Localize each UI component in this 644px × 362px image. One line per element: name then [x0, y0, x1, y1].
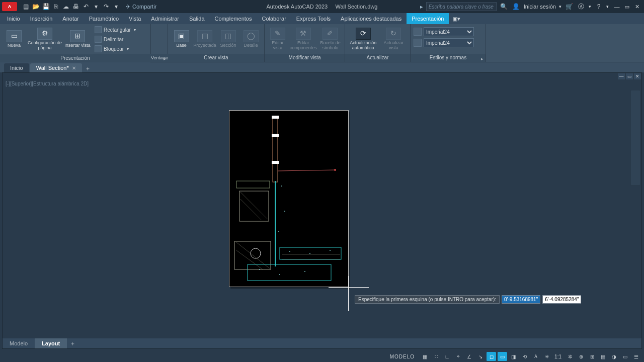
btn-config-pagina[interactable]: ⚙ Configuración de página	[27, 28, 62, 51]
tab-administrar[interactable]: Administrar	[146, 13, 184, 24]
layouttab-modelo[interactable]: Modelo	[3, 338, 35, 348]
style2-select[interactable]: Imperial24	[424, 38, 474, 47]
btn-nueva[interactable]: ▭ Nueva	[3, 30, 25, 48]
search-icon[interactable]: 🔍	[500, 2, 509, 11]
tab-destacadas[interactable]: Aplicaciones destacadas	[336, 13, 407, 24]
btn-base[interactable]: ▣Base	[171, 30, 192, 48]
status-space[interactable]: MODELO	[386, 354, 419, 359]
tab-express[interactable]: Express Tools	[291, 13, 336, 24]
qat-undo-drop-icon[interactable]: ▾	[92, 2, 101, 11]
help-drop-icon[interactable]: ▾	[606, 4, 609, 9]
qat-plot-icon[interactable]: 🖶	[71, 2, 80, 11]
status-annoscale-icon[interactable]: Ａ	[530, 352, 540, 361]
vp-minimize-icon[interactable]: —	[617, 73, 625, 80]
tab-colaborar[interactable]: Colaborar	[257, 13, 291, 24]
search-play-icon[interactable]: ▸	[420, 4, 423, 10]
style1-icon[interactable]	[414, 28, 422, 36]
svg-point-17	[309, 253, 310, 254]
status-polar-icon[interactable]: ⌖	[453, 352, 463, 361]
qat-redo-icon[interactable]: ↷	[102, 2, 111, 11]
status-clean-icon[interactable]: ▭	[620, 352, 630, 361]
ribbon-tabs: Inicio Inserción Anotar Paramétrico Vist…	[0, 13, 644, 24]
tab-vista[interactable]: Vista	[124, 13, 146, 24]
layouttab-layout[interactable]: Layout	[35, 338, 67, 348]
search-input[interactable]: Escriba palabra clave o frase	[426, 2, 497, 11]
status-cycling-icon[interactable]: ⟲	[519, 352, 529, 361]
update-view-icon: ↻	[386, 28, 401, 40]
svg-point-6	[334, 169, 336, 171]
detail-icon: ◯	[244, 30, 259, 42]
status-lock-icon[interactable]: ⊕	[576, 352, 586, 361]
panel-vg-label[interactable]: Ventanas gráficas de presentación▸	[93, 54, 168, 62]
status-scale[interactable]: 1:1	[552, 354, 564, 359]
btn-insertar-vista[interactable]: ⊞ Insertar vista	[64, 30, 91, 48]
window-close-icon[interactable]: ✕	[632, 2, 642, 11]
filetab-close-icon[interactable]: ✕	[72, 65, 76, 71]
canvas[interactable]: [-][Superior][Estructura alámbrica 2D]	[3, 80, 641, 327]
btn-rectangular[interactable]: Rectangular▾	[93, 25, 138, 34]
btn-bloquear[interactable]: Bloquear▾	[93, 44, 138, 53]
style2-icon[interactable]	[414, 39, 422, 47]
status-gear-icon[interactable]: ✲	[565, 352, 575, 361]
status-units-icon[interactable]: ⊞	[587, 352, 597, 361]
filetab-inicio[interactable]: Inicio	[4, 63, 29, 72]
tab-parametrico[interactable]: Paramétrico	[84, 13, 124, 24]
dyn-value-x[interactable]: 0'-9.53168981"	[502, 295, 540, 304]
account-drop-icon[interactable]: ▾	[559, 4, 561, 9]
share-label: Compartir	[132, 4, 156, 10]
layouttab-add-icon[interactable]: ＋	[67, 340, 78, 347]
cart-icon[interactable]: 🛒	[565, 2, 574, 11]
status-hardware-icon[interactable]: ▤	[598, 352, 608, 361]
window-minimize-icon[interactable]: —	[612, 2, 622, 11]
qat-undo-icon[interactable]: ↶	[82, 2, 91, 11]
tab-complementos[interactable]: Complementos	[210, 13, 257, 24]
qat-open-icon[interactable]: 📂	[31, 2, 40, 11]
filetab-wallsection[interactable]: Wall Section* ✕	[30, 63, 82, 72]
status-ortho-icon[interactable]: ∟	[442, 352, 452, 361]
status-lwt-icon[interactable]: ▭	[497, 352, 507, 361]
dyn-value-y[interactable]: 6'-4.09285284"	[542, 295, 581, 304]
app-logo[interactable]: A	[2, 2, 17, 11]
tab-inicio[interactable]: Inicio	[2, 13, 25, 24]
tab-salida[interactable]: Salida	[184, 13, 210, 24]
status-annotation-icon[interactable]: ✳	[541, 352, 551, 361]
tab-anotar[interactable]: Anotar	[57, 13, 84, 24]
sketch-icon: ✐	[323, 28, 338, 40]
svg-line-22	[240, 192, 268, 219]
status-snap-icon[interactable]: ∷	[431, 352, 441, 361]
account-label[interactable]: Iniciar sesión	[524, 4, 556, 10]
btn-delimitar[interactable]: Delimitar	[93, 35, 138, 44]
window-maximize-icon[interactable]: ▭	[622, 2, 632, 11]
status-isolate-icon[interactable]: ◑	[609, 352, 619, 361]
svg-rect-2	[272, 134, 279, 137]
app-store-icon[interactable]: Ⓐ	[577, 2, 586, 11]
share-button[interactable]: ✈ Compartir	[126, 4, 156, 10]
tab-insercion[interactable]: Inserción	[25, 13, 58, 24]
status-grid-icon[interactable]: ▦	[420, 352, 430, 361]
qat-saveas-icon[interactable]: ⎘	[51, 2, 60, 11]
status-transparency-icon[interactable]: ◨	[508, 352, 518, 361]
status-iso-icon[interactable]: ∠	[464, 352, 474, 361]
tab-presentacion[interactable]: Presentación	[407, 13, 449, 24]
qat-redo-drop-icon[interactable]: ▾	[112, 2, 121, 11]
clip-label: Delimitar	[104, 37, 123, 42]
status-otrack-icon[interactable]: ↘	[475, 352, 485, 361]
filetab-new-icon[interactable]: ＋	[83, 65, 93, 72]
vp-maximize-icon[interactable]: ▭	[625, 73, 633, 80]
status-customize-icon[interactable]: ☰	[631, 352, 641, 361]
panel-label-estilos[interactable]: Estilos y normas▸	[411, 54, 486, 62]
qat-web-icon[interactable]: ☁	[61, 2, 70, 11]
vp-close-icon[interactable]: ✕	[633, 73, 641, 80]
tab-extra-icon[interactable]: ▣▾	[449, 13, 464, 24]
account-icon[interactable]: 👤	[512, 2, 521, 11]
qat-new-icon[interactable]: ▤	[21, 2, 30, 11]
app-store-drop-icon[interactable]: ▾	[589, 4, 591, 9]
status-osnap-icon[interactable]: ◻	[486, 352, 496, 361]
help-icon[interactable]: ?	[594, 2, 603, 11]
layout-preview	[229, 110, 349, 287]
btn-auto-update[interactable]: ⟳Actualización automática	[348, 28, 378, 51]
navigation-bar[interactable]	[630, 90, 640, 186]
qat-save-icon[interactable]: 💾	[41, 2, 50, 11]
style1-select[interactable]: Imperial24	[424, 27, 474, 36]
viewport-label[interactable]: [-][Superior][Estructura alámbrica 2D]	[6, 81, 89, 86]
